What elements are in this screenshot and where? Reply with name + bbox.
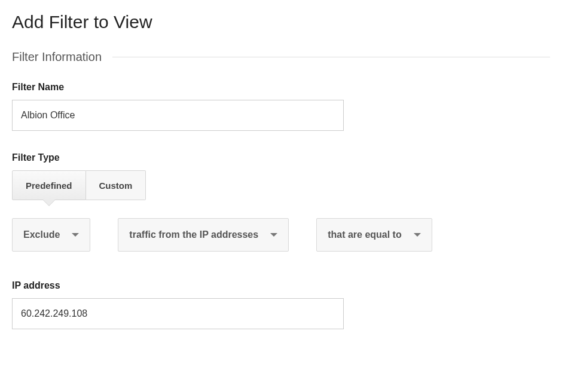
dropdown-action-text: Exclude [23, 229, 60, 240]
tab-predefined[interactable]: Predefined [12, 170, 86, 200]
tab-predefined-label: Predefined [26, 180, 72, 191]
ip-address-block: IP address [12, 280, 550, 329]
page-title: Add Filter to View [12, 12, 550, 32]
section-heading: Filter Information [12, 50, 550, 64]
ip-address-input[interactable] [12, 298, 344, 329]
ip-address-label: IP address [12, 280, 550, 291]
section-heading-text: Filter Information [12, 50, 102, 64]
dropdown-action[interactable]: Exclude [12, 218, 90, 252]
tab-arrow [43, 200, 55, 206]
dropdown-match-text: that are equal to [328, 229, 402, 240]
tab-custom[interactable]: Custom [86, 170, 146, 200]
filter-name-label: Filter Name [12, 82, 550, 93]
dropdown-source[interactable]: traffic from the IP addresses [118, 218, 289, 252]
filter-dropdown-row: Exclude traffic from the IP addresses th… [12, 218, 550, 252]
section-divider [112, 57, 550, 57]
dropdown-match[interactable]: that are equal to [316, 218, 432, 252]
filter-name-block: Filter Name [12, 82, 550, 131]
chevron-down-icon [414, 233, 421, 237]
filter-type-toggle-group: Predefined Custom [12, 170, 550, 200]
filter-name-input[interactable] [12, 100, 344, 131]
chevron-down-icon [270, 233, 277, 237]
tab-custom-label: Custom [99, 180, 133, 191]
filter-type-label: Filter Type [12, 152, 550, 163]
filter-type-block: Filter Type Predefined Custom Exclude tr… [12, 152, 550, 252]
chevron-down-icon [72, 233, 79, 237]
dropdown-source-text: traffic from the IP addresses [129, 229, 258, 240]
